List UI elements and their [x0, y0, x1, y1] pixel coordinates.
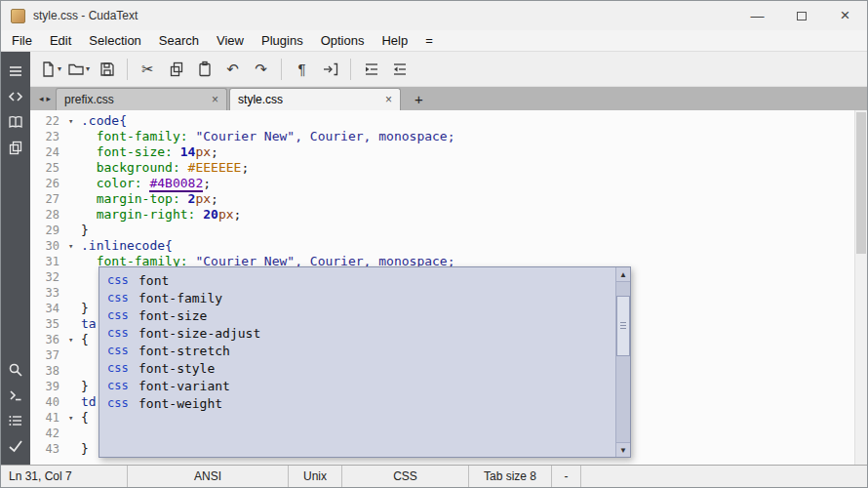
menu-item-help[interactable]: Help	[373, 31, 416, 50]
completion-kind: css	[107, 344, 138, 357]
popup-scroll-up-icon[interactable]: ▲	[616, 267, 630, 282]
line-number: 29	[30, 223, 65, 238]
completion-kind: css	[107, 291, 138, 305]
completion-item[interactable]: cssfont-weight	[99, 394, 615, 412]
menu-icon[interactable]	[4, 59, 27, 84]
code-line[interactable]: 25 background: #EEEEEE;	[30, 160, 867, 176]
minimize-icon: —	[751, 8, 765, 23]
status-encoding[interactable]: ANSI	[128, 466, 289, 487]
close-button[interactable]: ×	[823, 2, 867, 30]
code-panel-icon[interactable]	[4, 84, 27, 109]
book-icon[interactable]	[4, 109, 27, 135]
validate-check-icon[interactable]	[4, 433, 27, 459]
files-icon[interactable]	[4, 135, 27, 160]
fold-toggle-icon[interactable]: ▾	[65, 332, 81, 347]
fold-gutter	[65, 379, 81, 394]
tab-style.css[interactable]: style.css×	[229, 88, 401, 110]
output-list-icon[interactable]	[4, 408, 27, 433]
completion-label: font-size-adjust	[138, 326, 260, 341]
fold-gutter	[65, 347, 81, 363]
tab-prefix.css[interactable]: prefix.css×	[56, 88, 227, 110]
fold-toggle-icon[interactable]: ▾	[65, 238, 81, 254]
completion-item[interactable]: cssfont-size-adjust	[99, 324, 615, 342]
minimize-button[interactable]: —	[735, 2, 779, 30]
toolbar-separator	[350, 59, 351, 80]
menu-item-eq[interactable]: =	[416, 31, 442, 50]
console-icon[interactable]	[4, 383, 27, 408]
paste-button[interactable]	[191, 56, 217, 83]
popup-scroll-thumb[interactable]	[616, 296, 630, 356]
popup-scroll-down-icon[interactable]: ▼	[616, 442, 630, 457]
goto-bracket-button[interactable]	[317, 56, 343, 83]
tab-close-icon[interactable]: ×	[212, 93, 218, 106]
editor-scrollbar[interactable]	[854, 110, 867, 465]
menu-item-edit[interactable]: Edit	[41, 31, 80, 50]
code-line[interactable]: 22▾.code{	[30, 113, 867, 129]
copy-button[interactable]	[163, 56, 189, 83]
menu-item-plugins[interactable]: Plugins	[253, 31, 312, 50]
search-icon[interactable]	[4, 357, 27, 383]
completion-label: font-variant	[138, 379, 230, 393]
menu-item-search[interactable]: Search	[150, 31, 208, 50]
undo-icon: ↶	[226, 61, 239, 76]
main-panel: ▾ ▾ ✂	[30, 52, 867, 465]
popup-scrollbar[interactable]: ▲ ▼	[615, 267, 630, 457]
editor-scroll-thumb[interactable]	[856, 112, 866, 254]
line-number: 24	[30, 144, 65, 160]
code-text: margin-right: 20px;	[81, 207, 241, 223]
status-tabsize[interactable]: Tab size 8	[469, 466, 552, 487]
app-icon	[11, 9, 25, 23]
unindent-button[interactable]	[386, 56, 413, 83]
line-number: 33	[30, 285, 65, 301]
tab-scroll-right-icon[interactable]: ▸	[47, 94, 52, 103]
code-text: }	[81, 223, 89, 238]
open-file-button[interactable]: ▾	[65, 56, 92, 83]
tab-label: prefix.css	[64, 93, 206, 106]
code-line[interactable]: 23 font-family: "Courier New", Courier, …	[30, 129, 867, 144]
editor[interactable]: 22▾.code{23 font-family: "Courier New", …	[30, 110, 867, 465]
code-line[interactable]: 26 color: #4B0082;	[30, 176, 867, 191]
redo-button[interactable]: ↷	[248, 56, 274, 83]
new-file-dropdown-icon[interactable]: ▾	[58, 64, 61, 73]
show-unprinted-button[interactable]: ¶	[289, 56, 315, 83]
menu-item-options[interactable]: Options	[312, 31, 374, 50]
line-number: 25	[30, 160, 65, 176]
new-file-button[interactable]: ▾	[37, 56, 63, 83]
status-wrap[interactable]: -	[552, 466, 581, 487]
code-line[interactable]: 27 margin-top: 2px;	[30, 191, 867, 207]
cut-button[interactable]: ✂	[135, 56, 161, 83]
tab-close-icon[interactable]: ×	[385, 93, 392, 106]
undo-button[interactable]: ↶	[219, 56, 246, 83]
fold-toggle-icon[interactable]: ▾	[65, 410, 81, 426]
open-file-dropdown-icon[interactable]: ▾	[86, 64, 90, 73]
status-caret[interactable]: Ln 31, Col 7	[1, 466, 128, 487]
status-lexer[interactable]: CSS	[342, 466, 469, 487]
new-file-icon	[39, 61, 57, 78]
paste-icon	[196, 61, 214, 78]
indent-button[interactable]	[358, 56, 384, 83]
code-text: margin-top: 2px;	[81, 191, 218, 207]
completion-item[interactable]: cssfont-family	[99, 289, 615, 306]
code-line[interactable]: 24 font-size: 14px;	[30, 144, 867, 160]
save-button[interactable]	[94, 56, 120, 83]
completion-item[interactable]: cssfont	[99, 271, 615, 289]
completion-item[interactable]: cssfont-variant	[99, 377, 615, 394]
menu-item-view[interactable]: View	[208, 31, 253, 50]
new-tab-button[interactable]: +	[414, 87, 423, 110]
completion-item[interactable]: cssfont-style	[99, 359, 615, 377]
completion-item[interactable]: cssfont-size	[99, 306, 615, 324]
tab-scroll-left-icon[interactable]: ◂	[39, 94, 44, 103]
status-line-ends[interactable]: Unix	[289, 466, 342, 487]
sidebar	[1, 52, 30, 465]
menu-item-file[interactable]: File	[3, 31, 41, 50]
popup-scroll-track[interactable]	[616, 282, 630, 442]
code-line[interactable]: 29}	[30, 223, 867, 238]
code-line[interactable]: 28 margin-right: 20px;	[30, 207, 867, 223]
completion-item[interactable]: cssfont-stretch	[99, 342, 615, 359]
maximize-button[interactable]	[779, 2, 823, 30]
menu-item-selection[interactable]: Selection	[80, 31, 149, 50]
window-title: style.css - CudaText	[33, 9, 735, 22]
fold-toggle-icon[interactable]: ▾	[65, 113, 81, 129]
code-line[interactable]: 30▾.inlinecode{	[30, 238, 867, 254]
line-number: 34	[30, 301, 65, 316]
